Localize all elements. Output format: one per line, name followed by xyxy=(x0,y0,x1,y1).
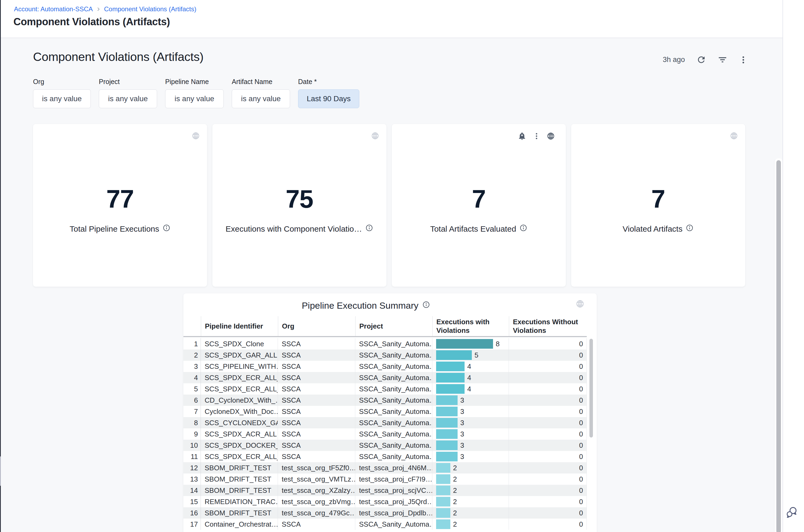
cell-row-number: 10 xyxy=(183,440,201,451)
table-row[interactable]: 5SCS_SPDX_ECR_ALL_…SSCASSCA_Sanity_Autom… xyxy=(183,383,587,395)
kebab-menu-icon[interactable] xyxy=(532,132,541,141)
filter-date-button[interactable]: Last 90 Days xyxy=(298,89,359,108)
table-row[interactable]: 17Container_Orchestrat…SSCASSCA_Sanity_A… xyxy=(183,518,587,530)
chat-support-icon[interactable] xyxy=(785,505,799,520)
cell-row-number: 2 xyxy=(183,349,201,361)
cell-pipeline-identifier: CycloneDX_With_Doc… xyxy=(201,406,278,417)
cell-executions-without-violations: 0 xyxy=(509,429,587,440)
info-icon[interactable] xyxy=(686,224,694,234)
cell-project: SSCA_Sanity_Automa… xyxy=(355,417,432,429)
breadcrumb-current-link[interactable]: Component Violations (Artifacts) xyxy=(104,5,196,13)
tile-executions-with-component-violatio[interactable]: 75Executions with Component Violatio… xyxy=(212,124,387,287)
tile-value: 7 xyxy=(571,185,745,214)
info-icon[interactable] xyxy=(163,224,170,234)
table-row[interactable]: 16SBOM_DRIFT_TESTtest_ssca_org_479Gc…tes… xyxy=(183,507,587,518)
violations-bar-value: 5 xyxy=(474,351,478,359)
table-scrollbar[interactable] xyxy=(588,338,594,532)
breadcrumb-account-link[interactable]: Account: Automation-SSCA xyxy=(14,5,93,13)
filter-org-button[interactable]: is any value xyxy=(33,89,91,108)
page-scrollbar[interactable] xyxy=(774,158,783,532)
violations-bar xyxy=(436,418,457,428)
cell-executions-without-violations: 0 xyxy=(509,474,587,485)
tile-total-pipeline-executions[interactable]: 77Total Pipeline Executions xyxy=(33,124,207,287)
table-row[interactable]: 10SCS_SPDX_DOCKER_…SSCASSCA_Sanity_Autom… xyxy=(183,440,587,451)
cell-executions-with-violations: 3 xyxy=(432,451,509,462)
cell-executions-without-violations: 0 xyxy=(509,507,587,518)
globe-icon[interactable] xyxy=(371,132,379,141)
filter-icon[interactable] xyxy=(717,55,727,65)
cell-org: SSCA xyxy=(278,361,355,372)
info-icon[interactable] xyxy=(519,224,527,234)
tile-violated-artifacts[interactable]: 7Violated Artifacts xyxy=(571,124,745,287)
table-row[interactable]: 12SBOM_DRIFT_TESTtest_ssca_org_tF5Zf0…te… xyxy=(183,462,587,474)
bell-plus-icon[interactable] xyxy=(518,132,527,142)
cell-executions-with-violations: 4 xyxy=(432,372,509,383)
cell-executions-without-violations: 0 xyxy=(509,451,587,462)
filter-artifact-name-button[interactable]: is any value xyxy=(232,89,290,108)
column-header-executions-with-violations[interactable]: Executions with Violations xyxy=(432,316,509,336)
cell-org: test_ssca_org_tF5Zf0… xyxy=(278,462,355,474)
filter-pipeline-name-button[interactable]: is any value xyxy=(165,89,224,108)
cell-pipeline-identifier: SBOM_DRIFT_TEST xyxy=(201,474,278,485)
kpi-tiles: 77Total Pipeline Executions75Executions … xyxy=(33,124,745,287)
column-header-pipeline-identifier[interactable]: Pipeline Identifier xyxy=(201,316,278,336)
table-row[interactable]: 13SBOM_DRIFT_TESTtest_ssca_org_VMTLz…tes… xyxy=(183,474,587,485)
table-row[interactable]: 15REMEDIATION_TRAC…test_ssca_org_zbVmg…t… xyxy=(183,496,587,507)
tile-label-row: Violated Artifacts xyxy=(571,224,745,234)
globe-icon[interactable] xyxy=(191,132,200,141)
column-header-executions-without-violations[interactable]: Executions Without Violations xyxy=(509,316,587,336)
tile-total-artifacts-evaluated[interactable]: 7Total Artifacts Evaluated xyxy=(392,124,566,287)
column-header-org[interactable]: Org xyxy=(278,316,355,336)
table-row[interactable]: 8SCS_CYCLONEDX_GA…SSCASSCA_Sanity_Automa… xyxy=(183,417,587,429)
cell-executions-without-violations: 0 xyxy=(509,417,587,429)
table-row[interactable]: 9SCS_SPDX_ACR_ALL…SSCASSCA_Sanity_Automa… xyxy=(183,429,587,440)
info-icon[interactable] xyxy=(365,224,373,234)
refresh-icon[interactable] xyxy=(696,55,706,65)
table-row[interactable]: 4SCS_SPDX_ECR_ALL_…SSCASSCA_Sanity_Autom… xyxy=(183,372,587,383)
cell-row-number: 17 xyxy=(183,518,201,530)
cell-org: test_ssca_org_zbVmg… xyxy=(278,496,355,507)
table-row[interactable]: 3SCS_PIPELINE_WITH…SSCASSCA_Sanity_Autom… xyxy=(183,361,587,372)
table-row[interactable]: 7CycloneDX_With_Doc…SSCASSCA_Sanity_Auto… xyxy=(183,406,587,417)
column-header-project[interactable]: Project xyxy=(355,316,432,336)
filter-date: Date *Last 90 Days xyxy=(298,78,359,108)
cell-pipeline-identifier: SCS_SPDX_GAR_ALL… xyxy=(201,349,278,361)
globe-icon[interactable] xyxy=(576,299,585,309)
violations-bar xyxy=(436,373,465,382)
cell-executions-without-violations: 0 xyxy=(509,361,587,372)
table-row[interactable]: 11SCS_SPDX_ECR_ALL_…SSCASSCA_Sanity_Auto… xyxy=(183,451,587,462)
cell-pipeline-identifier: SCS_CYCLONEDX_GA… xyxy=(201,417,278,429)
page-scrollbar-thumb[interactable] xyxy=(777,160,781,532)
cell-row-number: 15 xyxy=(183,496,201,507)
cell-executions-with-violations: 8 xyxy=(432,338,509,349)
cell-project: test_ssca_proj_4N6M… xyxy=(355,462,432,474)
violations-bar-value: 8 xyxy=(496,340,500,348)
cell-row-number: 4 xyxy=(183,372,201,383)
cell-executions-with-violations: 4 xyxy=(432,361,509,372)
table-row[interactable]: 6CD_CycloneDX_With_…SSCASSCA_Sanity_Auto… xyxy=(183,395,587,406)
table-body: 1SCS_SPDX_CloneSSCASSCA_Sanity_Automa…80… xyxy=(183,338,587,530)
violations-bar xyxy=(436,486,450,495)
globe-icon[interactable] xyxy=(546,132,555,141)
info-icon[interactable] xyxy=(422,300,430,311)
cell-row-number: 1 xyxy=(183,338,201,349)
globe-icon[interactable] xyxy=(730,132,738,141)
cell-project: SSCA_Sanity_Automa… xyxy=(355,395,432,406)
tile-icons xyxy=(730,132,738,141)
cell-executions-with-violations: 2 xyxy=(432,462,509,474)
filter-project-button[interactable]: is any value xyxy=(99,89,157,108)
table-row[interactable]: 1SCS_SPDX_CloneSSCASSCA_Sanity_Automa…80 xyxy=(183,338,587,349)
table-row[interactable]: 14SBOM_DRIFT_TESTtest_ssca_org_XZalzy…te… xyxy=(183,485,587,496)
cell-org: SSCA xyxy=(278,417,355,429)
cell-project: SSCA_Sanity_Automa… xyxy=(355,372,432,383)
cell-org: SSCA xyxy=(278,338,355,349)
table-scrollbar-thumb[interactable] xyxy=(590,339,593,438)
violations-bar-value: 2 xyxy=(453,475,457,483)
content-right-border xyxy=(783,0,783,532)
kebab-menu-icon[interactable] xyxy=(739,55,748,64)
cell-project: SSCA_Sanity_Automa… xyxy=(355,518,432,530)
filter-label: Date * xyxy=(298,78,359,85)
violations-bar-value: 3 xyxy=(460,396,464,404)
tile-label: Total Artifacts Evaluated xyxy=(430,224,516,233)
table-row[interactable]: 2SCS_SPDX_GAR_ALL…SSCASSCA_Sanity_Automa… xyxy=(183,349,587,361)
